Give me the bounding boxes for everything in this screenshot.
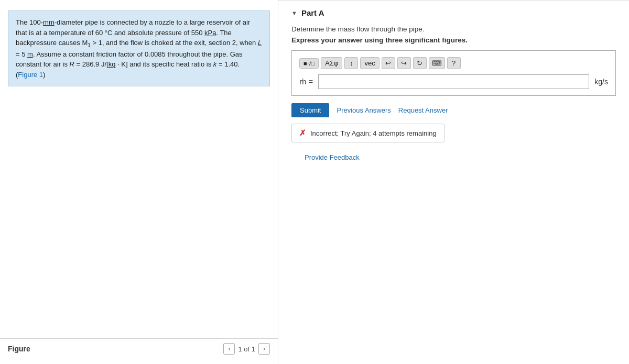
figure-prev-button[interactable]: ‹ [223,343,235,355]
provide-feedback-link[interactable]: Provide Feedback [291,153,373,161]
figure-bar: Figure ‹ 1 of 1 › [0,338,278,359]
input-label: ṁ = [299,78,313,86]
previous-answers-link[interactable]: Previous Answers [337,106,391,114]
formula-toolbar: ■ √□ ΑΣφ ↕ vec ↩ ↪ ↻ ⌨ ? [299,57,608,69]
figure-page-indicator: 1 of 1 [238,345,255,353]
part-section: ▼ Part A Determine the mass flow through… [278,1,629,167]
redo-button[interactable]: ↪ [397,57,411,69]
help-button[interactable]: ? [447,57,461,69]
part-instruction: Express your answer using three signific… [291,36,616,44]
greek-button[interactable]: ΑΣφ [321,57,342,69]
arrow-updown-button[interactable]: ↕ [344,57,358,69]
collapse-icon[interactable]: ▼ [291,10,297,16]
action-row: Submit Previous Answers Request Answer [291,103,616,117]
error-message: Incorrect; Try Again; 4 attempts remaini… [310,129,437,137]
figure-label: Figure [8,345,30,353]
part-description: Determine the mass flow through the pipe… [291,25,616,33]
undo-button[interactable]: ↩ [382,57,395,69]
error-icon: ✗ [299,128,306,138]
part-label: Part A [301,8,324,17]
input-row: ṁ = kg/s [299,74,608,89]
part-header: ▼ Part A [291,8,616,17]
figure-nav: ‹ 1 of 1 › [223,343,270,355]
problem-text: The 100-mm-diameter pipe is connected by… [16,18,262,79]
submit-button[interactable]: Submit [291,103,329,117]
answer-box: ■ √□ ΑΣφ ↕ vec ↩ ↪ ↻ ⌨ ? ṁ = kg/s [291,50,616,96]
figure-link[interactable]: Figure 1 [18,71,43,79]
figure-next-button[interactable]: › [258,343,270,355]
error-box: ✗ Incorrect; Try Again; 4 attempts remai… [291,124,444,142]
right-panel: ▼ Part A Determine the mass flow through… [278,0,629,364]
vec-button[interactable]: vec [360,57,379,69]
matrix-button[interactable]: ■ √□ [299,58,319,69]
problem-box: The 100-mm-diameter pipe is connected by… [8,10,270,86]
page-wrapper: The 100-mm-diameter pipe is connected by… [0,0,629,364]
request-answer-link[interactable]: Request Answer [398,106,448,114]
refresh-button[interactable]: ↻ [413,57,427,69]
keyboard-button[interactable]: ⌨ [429,57,445,69]
answer-input[interactable] [318,74,589,89]
left-panel: The 100-mm-diameter pipe is connected by… [0,0,278,364]
unit-label: kg/s [594,78,608,86]
